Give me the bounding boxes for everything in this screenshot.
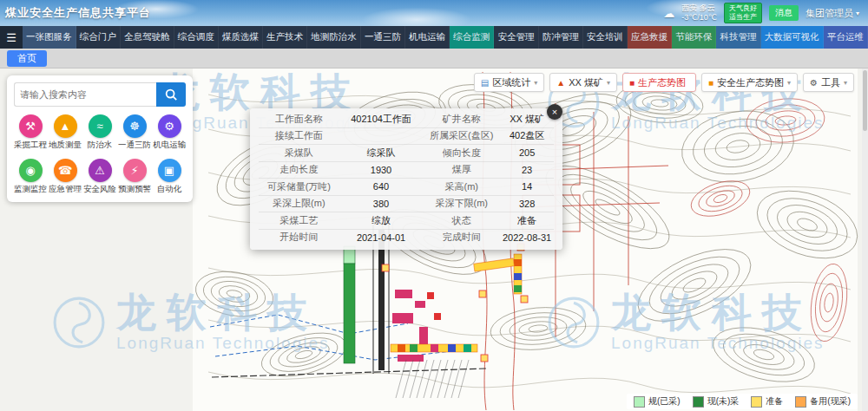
- gear-icon: ⚙: [810, 78, 818, 88]
- app-label: 一通三防: [118, 140, 151, 151]
- geology-survey-icon: ▲: [54, 114, 77, 138]
- cloud-icon: ☁: [663, 7, 674, 20]
- dialog-row: 走向长度1930 煤厚23: [259, 162, 554, 179]
- search-icon: [164, 88, 178, 101]
- button-label: XX 煤矿: [569, 76, 603, 89]
- nav-item-emergency[interactable]: 应急救援: [628, 26, 672, 49]
- legend-item: 现(未)采: [693, 395, 740, 408]
- mine-icon: ▲: [556, 78, 565, 88]
- mining-eng-icon: ⚒: [19, 114, 43, 138]
- icon-glyph: ☸: [129, 120, 140, 133]
- icon-glyph: ◉: [25, 164, 35, 177]
- map-legend: 规(已采) 现(未)采 准备 备用(现采): [627, 394, 858, 409]
- user-menu[interactable]: 集团管理员 ▾: [806, 7, 859, 20]
- ventilation-icon: ☸: [123, 114, 147, 138]
- apps-grid: ⚒ 采掘工程 ▲ 地质测量 ≈ 防治水 ☸ 一通三防 ⚙ 机电运输: [14, 114, 186, 195]
- dialog-row: 采深上限(m)380 采深下限(m)328: [259, 196, 554, 213]
- safety-situation-button[interactable]: ■ 安全生产态势图 ▾: [701, 73, 798, 92]
- automation-icon: ▣: [158, 159, 181, 182]
- nav-item-electromechanical[interactable]: 机电运输: [405, 26, 450, 49]
- legend-item: 备用(现采): [795, 395, 851, 408]
- nav-item-energy-env[interactable]: 节能环保: [672, 26, 716, 49]
- safety-risk-icon: ⚠: [89, 159, 112, 182]
- scrollbar-thumb[interactable]: [863, 70, 867, 131]
- mine-select-button[interactable]: ▲ XX 煤矿 ▾: [549, 73, 617, 92]
- nav-item-platform-ops[interactable]: 平台运维: [824, 26, 868, 49]
- icon-glyph: ≈: [96, 120, 102, 133]
- legend-swatch: [795, 396, 806, 408]
- search-button[interactable]: [156, 82, 186, 107]
- close-icon[interactable]: ×: [547, 104, 562, 120]
- button-label: 安全生产态势图: [717, 76, 784, 89]
- nav-item-map-service[interactable]: 一张图服务: [23, 26, 76, 49]
- app-label: 机电运输: [153, 140, 186, 151]
- app-label: 自动化: [153, 184, 186, 195]
- nav-item-monitoring[interactable]: 综合监测: [450, 26, 494, 49]
- app-root: 煤业安全生产信息共享平台 ☁ 西安 多云 -3℃/10℃ 天气良好 适当生产 消…: [0, 0, 868, 411]
- top-header: 煤业安全生产信息共享平台 ☁ 西安 多云 -3℃/10℃ 天气良好 适当生产 消…: [0, 0, 868, 26]
- header-right: ☁ 西安 多云 -3℃/10℃ 天气良好 适当生产 消息 集团管理员 ▾: [663, 3, 868, 23]
- chevron-down-icon: ▾: [607, 79, 610, 87]
- warning-icon: ⚡: [123, 159, 147, 182]
- icon-glyph: ⚠: [95, 164, 105, 177]
- nav-item-production-tech[interactable]: 生产技术: [263, 26, 307, 49]
- messages-button[interactable]: 消息: [769, 5, 799, 21]
- app-mining-eng[interactable]: ⚒ 采掘工程: [14, 114, 47, 151]
- grid-icon: ▤: [481, 78, 489, 88]
- weather-status-badge: 天气良好 适当生产: [724, 3, 762, 23]
- app-label: 监测监控: [14, 184, 47, 195]
- tools-button[interactable]: ⚙ 工具 ▾: [803, 73, 854, 92]
- tab-home[interactable]: 首页: [7, 50, 47, 67]
- button-label: 区域统计: [492, 76, 530, 89]
- nav-item-geology-water[interactable]: 地测防治水: [307, 26, 361, 49]
- tab-bar: 首页: [0, 49, 868, 68]
- app-label: 采掘工程: [14, 140, 47, 151]
- chevron-down-icon: ▾: [844, 79, 847, 87]
- app-ventilation[interactable]: ☸ 一通三防: [118, 114, 151, 151]
- square-icon: ■: [708, 78, 713, 88]
- electromechanical-icon: ⚙: [158, 114, 181, 138]
- app-water-control[interactable]: ≈ 防治水: [83, 114, 116, 151]
- app-warning[interactable]: ⚡ 预测预警: [118, 159, 151, 195]
- app-monitoring[interactable]: ◉ 监测监控: [14, 159, 47, 195]
- dialog-row: 工作面名称402104工作面 矿井名称XX 煤矿: [259, 111, 554, 128]
- nav-item-coal-quality[interactable]: 煤质选煤: [219, 26, 263, 49]
- app-label: 防治水: [83, 140, 116, 151]
- nav-item-portal[interactable]: 综合门户: [76, 26, 121, 49]
- nav-item-dispatch[interactable]: 综合调度: [174, 26, 219, 49]
- dialog-row: 接续工作面 所属采区(盘区)402盘区: [259, 128, 554, 146]
- search-input[interactable]: [14, 82, 156, 107]
- chevron-down-icon: ▾: [787, 79, 791, 87]
- nav-item-cockpit[interactable]: 全息驾驶舱: [121, 26, 174, 49]
- monitoring-icon: ◉: [19, 159, 43, 182]
- weather-temperature: -3℃/10℃: [681, 13, 717, 23]
- hamburger-menu-icon[interactable]: ☰: [0, 26, 23, 49]
- nav-item-safety-training[interactable]: 安全培训: [583, 26, 628, 49]
- map-toolbar: ▤ 区域统计 ▾ ▲ XX 煤矿 ▾ ■ 生产态势图 ■ 安全生产态势图 ▾ ⚙: [474, 73, 854, 92]
- main-nav: ☰ 一张图服务 综合门户 全息驾驶舱 综合调度 煤质选煤 生产技术 地测防治水 …: [0, 26, 868, 49]
- workface-info-dialog: × 工作面名称402104工作面 矿井名称XX 煤矿 接续工作面 所属采区(盘区…: [250, 108, 562, 250]
- vertical-scrollbar[interactable]: [862, 68, 868, 411]
- nav-item-bigdata-visual[interactable]: 大数据可视化: [761, 26, 824, 49]
- app-label: 预测预警: [118, 184, 151, 195]
- button-label: 工具: [821, 76, 840, 89]
- app-emergency-mgmt[interactable]: ☎ 应急管理: [49, 159, 82, 195]
- app-safety-risk[interactable]: ⚠ 安全风险: [83, 159, 116, 195]
- nav-item-safety-mgmt[interactable]: 安全管理: [494, 26, 538, 49]
- icon-glyph: ⚒: [25, 120, 36, 133]
- icon-glyph: ⚡: [130, 164, 138, 177]
- app-electromechanical[interactable]: ⚙ 机电运输: [153, 114, 186, 151]
- dialog-row: 开始时间2021-04-01 完成时间2022-08-31: [259, 230, 554, 246]
- region-stats-button[interactable]: ▤ 区域统计 ▾: [474, 73, 544, 92]
- icon-glyph: ⚙: [164, 120, 174, 133]
- nav-item-rockburst[interactable]: 防冲管理: [539, 26, 583, 49]
- app-automation[interactable]: ▣ 自动化: [153, 159, 186, 195]
- production-situation-button[interactable]: ■ 生产态势图: [622, 73, 696, 92]
- app-label: 安全风险: [83, 184, 116, 195]
- nav-item-ventilation[interactable]: 一通三防: [361, 26, 405, 49]
- nav-item-tech-mgmt[interactable]: 科技管理: [716, 26, 760, 49]
- app-geology-survey[interactable]: ▲ 地质测量: [49, 114, 82, 151]
- legend-swatch: [693, 396, 704, 408]
- chevron-down-icon: ▾: [534, 79, 537, 87]
- dialog-row: 采煤工艺综放 状态准备: [259, 212, 554, 230]
